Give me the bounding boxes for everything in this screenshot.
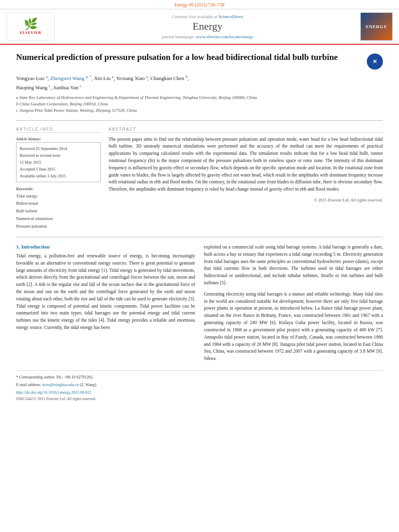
footer: * Corresponding author. Tel.: +86 10 627… bbox=[16, 370, 383, 401]
affiliation-a: a State Key Laboratory of Hydroscience a… bbox=[16, 94, 383, 101]
author-jianhua: Jianhua Yan bbox=[53, 84, 78, 90]
elsevier-wordmark: ELSEVIER bbox=[20, 31, 41, 35]
corresponding-text: * Corresponding author. Tel.: +86 10 627… bbox=[16, 375, 94, 379]
sciencedirect-link[interactable]: ScienceDirect bbox=[218, 14, 243, 19]
keyword-4: Numerical simulation bbox=[16, 215, 101, 223]
history-label: Article history: bbox=[16, 136, 101, 142]
crossmark-badge: ✕ bbox=[367, 53, 383, 70]
title-block: Numerical prediction of pressure pulsati… bbox=[16, 52, 383, 70]
corresponding-author-note: * Corresponding author. Tel.: +86 10 627… bbox=[16, 374, 383, 380]
homepage-line: journal homepage: www.elsevier.com/locat… bbox=[59, 34, 356, 39]
journal-title: Energy bbox=[59, 21, 356, 33]
body-section: 1. Introduction Tidal energy, a pollutio… bbox=[16, 244, 383, 362]
revised-date: 12 May 2015 bbox=[20, 159, 97, 166]
citation-text: Energy 89 (2015) 730–738 bbox=[175, 2, 224, 7]
email-note: E-mail address: wzw@tsinghua.edu.cn (Z. … bbox=[16, 382, 383, 388]
info-abstract-section: ARTICLE INFO Article history: Received 2… bbox=[16, 127, 383, 230]
article-history: Article history: Received 25 September 2… bbox=[16, 136, 101, 182]
abstract-text: The present paper aims to find out the r… bbox=[109, 136, 383, 193]
affiliation-c: c Jiangxia Pilot Tidal Power Station, We… bbox=[16, 107, 383, 114]
keyword-1: Tidal energy bbox=[16, 193, 101, 200]
revised-label: Received in revised form bbox=[20, 152, 97, 159]
author-xin: Xin Liu bbox=[94, 75, 111, 81]
author-yexiang: Yexiang Xiao bbox=[116, 75, 145, 81]
email-label: E-mail address: bbox=[16, 382, 41, 387]
doi-line: http://dx.doi.org/10.1016/j.energy.2015.… bbox=[16, 389, 383, 395]
paper-title: Numerical prediction of pressure pulsati… bbox=[16, 52, 362, 63]
intro-para-1: Tidal energy, a pollution-free and renew… bbox=[16, 253, 195, 331]
author-yongyao: Yongyao Luo bbox=[16, 75, 45, 81]
email-suffix: (Z. Wang). bbox=[80, 382, 97, 387]
citation-bar: Energy 89 (2015) 730–738 bbox=[0, 0, 399, 9]
divider-2 bbox=[16, 237, 383, 237]
issn-line: 0360-5442/© 2015 Elsevier Ltd. All right… bbox=[16, 397, 383, 401]
author-zhengwei[interactable]: Zhengwei Wang bbox=[50, 75, 84, 81]
elsevier-logo: 🌿 ELSEVIER bbox=[6, 12, 55, 41]
affiliation-b: b China Guodian Corporation, Beijing 100… bbox=[16, 101, 383, 107]
section1-number: 1. bbox=[16, 244, 20, 250]
main-content: Numerical prediction of pressure pulsati… bbox=[0, 45, 399, 409]
homepage-url[interactable]: www.elsevier.com/locate/energy bbox=[196, 34, 253, 39]
available-date: Available online 3 July 2015 bbox=[20, 173, 97, 179]
article-info-col: ARTICLE INFO Article history: Received 2… bbox=[16, 127, 101, 230]
abstract-col: ABSTRACT The present paper aims to find … bbox=[109, 127, 383, 230]
energy-logo: ENERGY bbox=[360, 12, 393, 41]
sciencedirect-line: Contents lists available at ScienceDirec… bbox=[59, 14, 356, 19]
journal-center: Contents lists available at ScienceDirec… bbox=[55, 14, 360, 39]
keywords-block: Keywords: Tidal energy Bidirectional Bul… bbox=[16, 185, 101, 230]
abstract-heading: ABSTRACT bbox=[109, 127, 383, 133]
affiliations-block: a State Key Laboratory of Hydroscience a… bbox=[16, 94, 383, 113]
author-haoping: Haoping Wang bbox=[16, 84, 47, 90]
intro-para-3: Generating electricity using tidal barra… bbox=[204, 291, 383, 362]
journal-header: 🌿 ELSEVIER Contents lists available at S… bbox=[0, 9, 399, 45]
received-date: Received 25 September 2014 bbox=[20, 145, 97, 152]
section1-label: Introduction bbox=[21, 244, 50, 250]
section1-title: 1. Introduction bbox=[16, 244, 195, 250]
keyword-3: Bulb turbine bbox=[16, 207, 101, 215]
keywords-label: Keywords: bbox=[16, 185, 101, 193]
article-info-heading: ARTICLE INFO bbox=[16, 127, 101, 133]
author-changkun: Changkun Chen bbox=[150, 75, 184, 81]
body-col-right: exploited on a commercial scale using ti… bbox=[204, 244, 383, 362]
body-col-left: 1. Introduction Tidal energy, a pollutio… bbox=[16, 244, 195, 362]
copyright-line: © 2015 Elsevier Ltd. All rights reserved… bbox=[109, 196, 383, 202]
intro-para-2: exploited on a commercial scale using ti… bbox=[204, 244, 383, 287]
crossmark-icon: ✕ bbox=[372, 58, 377, 65]
keyword-5: Pressure pulsation bbox=[16, 223, 101, 230]
doi-link[interactable]: http://dx.doi.org/10.1016/j.energy.2015.… bbox=[16, 390, 91, 394]
email-link[interactable]: wzw@tsinghua.edu.cn bbox=[42, 382, 79, 387]
authors-line: Yongyao Luo a, Zhengwei Wang a, *, Xin L… bbox=[16, 74, 383, 92]
divider-1 bbox=[16, 120, 383, 121]
dates-box: Received 25 September 2014 Received in r… bbox=[16, 142, 101, 182]
accepted-date: Accepted 5 June 2015 bbox=[20, 166, 97, 173]
elsevier-tree-icon: 🌿 bbox=[20, 18, 41, 30]
keyword-2: Bidirectional bbox=[16, 200, 101, 207]
